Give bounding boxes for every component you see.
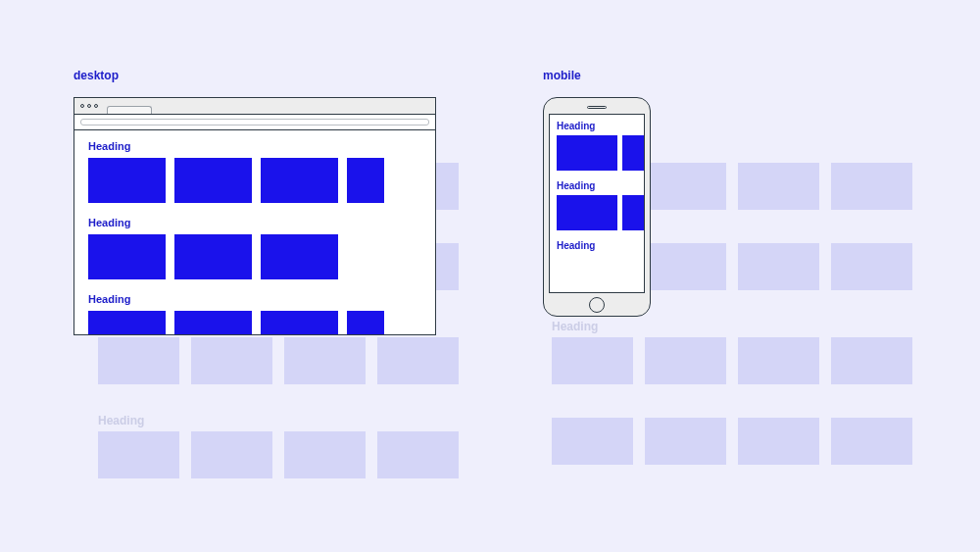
- content-tile: [261, 158, 338, 203]
- section-heading: Heading: [557, 121, 644, 131]
- content-tile: [347, 311, 384, 334]
- background-tile: [831, 418, 912, 465]
- content-tile: [174, 158, 252, 203]
- background-tile: [284, 431, 366, 478]
- phone-viewport: HeadingHeadingHeading: [549, 114, 645, 293]
- browser-frame: HeadingHeadingHeading: [74, 97, 436, 335]
- tile-row: [557, 195, 644, 230]
- tile-row: [88, 311, 421, 334]
- background-tile: [738, 243, 819, 290]
- tile-row: [88, 234, 421, 279]
- background-row: [552, 418, 912, 465]
- background-tile: [284, 337, 366, 384]
- tile-row: [88, 158, 421, 203]
- background-tile: [645, 163, 726, 210]
- phone-speaker: [587, 106, 607, 109]
- home-button-icon: [589, 297, 605, 313]
- content-tile: [88, 158, 166, 203]
- section-heading: Heading: [557, 180, 644, 191]
- background-tile: [645, 243, 726, 290]
- background-tile: [191, 431, 272, 478]
- content-tile: [88, 311, 166, 334]
- background-tile: [738, 418, 819, 465]
- background-heading: Heading: [552, 320, 598, 333]
- content-tile: [261, 234, 338, 279]
- content-tile: [557, 195, 617, 230]
- browser-tab: [107, 106, 152, 114]
- background-tile: [552, 418, 633, 465]
- tile-row: [557, 135, 644, 171]
- section-heading: Heading: [88, 140, 421, 152]
- content-tile: [174, 311, 252, 334]
- background-tile: [738, 337, 819, 384]
- content-tile: [557, 135, 617, 171]
- background-row: Heading: [98, 431, 459, 478]
- section-heading: Heading: [88, 217, 421, 228]
- browser-titlebar: [74, 98, 435, 115]
- background-tile: [377, 337, 459, 384]
- background-tile: [552, 337, 633, 384]
- content-tile: [622, 135, 644, 171]
- window-control-dot: [94, 104, 98, 108]
- background-tile: [831, 243, 912, 290]
- browser-urlbar: [74, 115, 435, 130]
- background-tile: [831, 337, 912, 384]
- background-tile: [831, 163, 912, 210]
- section-heading: Heading: [88, 293, 421, 305]
- background-heading: Heading: [98, 414, 144, 427]
- background-tile: [98, 431, 179, 478]
- background-row: Heading: [552, 337, 912, 384]
- content-tile: [88, 234, 166, 279]
- content-tile: [261, 311, 338, 334]
- background-tile: [645, 337, 726, 384]
- window-control-dot: [80, 104, 84, 108]
- mobile-label: mobile: [543, 69, 581, 82]
- content-tile: [622, 195, 644, 230]
- url-field: [80, 119, 429, 125]
- browser-viewport: HeadingHeadingHeading: [74, 130, 435, 334]
- desktop-label: desktop: [74, 69, 119, 82]
- background-row: Heading: [98, 337, 459, 384]
- background-tile: [645, 418, 726, 465]
- background-tile: [98, 337, 179, 384]
- background-tile: [738, 163, 819, 210]
- section-heading: Heading: [557, 240, 644, 251]
- content-tile: [347, 158, 384, 203]
- background-tile: [191, 337, 272, 384]
- content-tile: [174, 234, 252, 279]
- phone-frame: HeadingHeadingHeading: [543, 97, 651, 317]
- background-tile: [377, 431, 459, 478]
- window-control-dot: [87, 104, 91, 108]
